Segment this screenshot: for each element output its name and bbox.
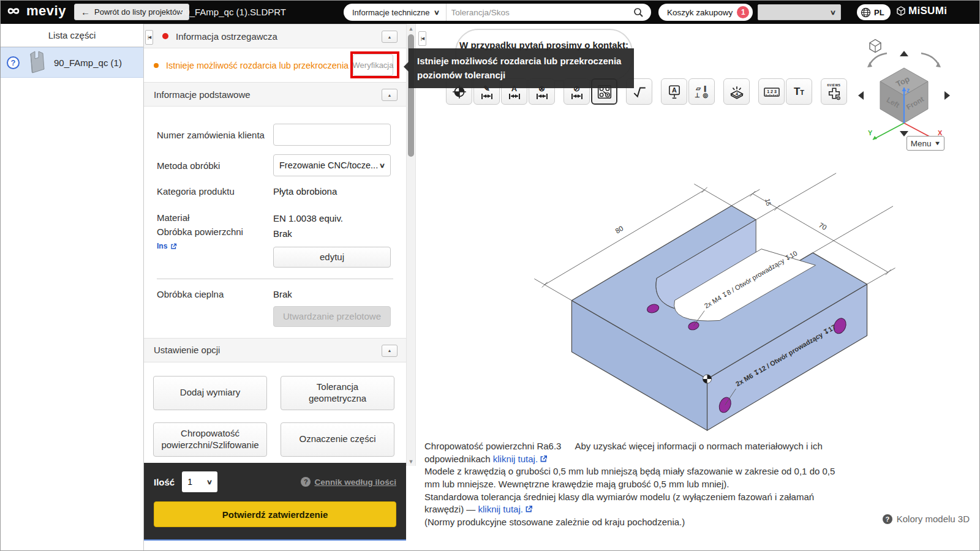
meviy-logo[interactable]: meviy — [7, 3, 66, 19]
click-here-link-2[interactable]: kliknij tutaj. — [478, 504, 523, 514]
collapse-viewer-icon[interactable]: |◀ — [418, 31, 426, 46]
collapse-section-icon[interactable]: ▲ — [382, 89, 398, 101]
annotation-a-icon: A — [666, 84, 682, 100]
scroll-up-icon[interactable]: ▲ — [407, 24, 415, 33]
rotate-west-icon[interactable] — [858, 91, 864, 100]
options-title: Ustawienie opcji — [154, 345, 220, 355]
chevron-down-icon: ∨ — [206, 478, 213, 486]
geometric-tolerance-button[interactable]: Tolerancja geometryczna — [281, 376, 394, 410]
rotate-up-icon[interactable] — [900, 51, 908, 56]
edit-button[interactable]: edytuj — [273, 247, 391, 268]
collapse-section-icon[interactable]: ▲ — [382, 31, 398, 43]
search-input[interactable] — [447, 8, 631, 17]
view-cube-widget[interactable]: Top Left Front Y X z — [853, 31, 957, 154]
surface-roughness-button[interactable]: Chropowatość powierzchni/Szlifowanie — [153, 422, 267, 457]
through-hardening-button[interactable]: Utwardzanie przelotowe — [273, 306, 391, 327]
order-number-input[interactable] — [273, 124, 391, 146]
heat-label: Obróbka cieplna — [157, 289, 273, 299]
search-category-select[interactable]: Informacje techniczne ∨ — [344, 4, 447, 21]
basic-info-title: Informacje podstawowe — [154, 89, 251, 100]
external-link-icon — [540, 455, 548, 463]
dimension-line-icon — [537, 94, 548, 99]
annotation-button[interactable]: A — [661, 78, 687, 105]
dimension-line-icon — [481, 94, 492, 99]
ins-link[interactable]: Ins — [157, 241, 177, 252]
viewer-notes: Chropowatość powierzchni Ra6.3Aby uzyska… — [424, 440, 836, 529]
back-arrow-icon: ← — [81, 7, 90, 17]
part-model-3d[interactable]: 80 70 15 2x M4 ↧8 / Otwór prowadzący ↧10 — [520, 168, 900, 449]
question-circle-icon: ? — [883, 514, 892, 524]
origin-marker-icon — [703, 375, 712, 383]
order-number-label: Numer zamówienia klienta — [157, 130, 273, 140]
text-size-button[interactable]: TT — [786, 78, 812, 105]
surface-value: Brak — [273, 228, 292, 239]
menu-label: Menu — [911, 139, 932, 148]
views-tool-group: 6VIEWS — [821, 78, 847, 105]
roughness-note: Chropowatość powierzchni Ra6.3 — [424, 441, 561, 451]
material-surface-labels: Materiał Obróbka powierzchni Ins — [157, 211, 273, 253]
part-marking-button[interactable]: Oznaczenie części — [281, 422, 394, 457]
axis-y-label: Y — [868, 129, 873, 137]
tooltip-arrow — [404, 62, 409, 72]
cart-label: Koszyk zakupowy — [667, 8, 733, 17]
scroll-down-icon[interactable]: ▼ — [407, 457, 415, 466]
price-by-quantity-link[interactable]: ? Cennik według ilości — [301, 477, 396, 487]
search-icon[interactable] — [631, 7, 651, 18]
misumi-logo-text: MiSUMi — [908, 5, 947, 17]
ins-link-label: Ins — [157, 241, 167, 252]
warning-message-link[interactable]: Istnieje możliwość rozdarcia lub przekro… — [166, 61, 350, 70]
svg-text:A: A — [672, 86, 677, 94]
isometric-view-icon[interactable] — [870, 40, 881, 53]
cart-button[interactable]: Koszyk zakupowy 1 — [658, 4, 753, 21]
deburring-button[interactable]: 4 — [723, 78, 750, 105]
collapse-section-icon[interactable]: ▲ — [382, 345, 398, 357]
part-item-label: 90_FAmp_qc (1) — [54, 58, 122, 68]
part-help-icon[interactable]: ? — [7, 56, 20, 69]
part-list-item[interactable]: ? 90_FAmp_qc (1) — [1, 47, 143, 78]
method-label: Metoda obróbki — [157, 160, 273, 171]
deburring-icon: 4 — [729, 84, 745, 100]
chevron-down-icon: ∨ — [830, 9, 836, 17]
search-bar: Informacje techniczne ∨ — [344, 4, 651, 21]
model-colors-help-link[interactable]: ? Kolory modelu 3D — [883, 514, 970, 524]
method-select[interactable]: Frezowanie CNC/tocze... ∨ — [273, 154, 391, 176]
language-selector[interactable]: PL — [857, 4, 891, 20]
category-label: Kategoria produktu — [157, 186, 273, 197]
panel-scrollbar[interactable]: ▲ ▼ — [406, 24, 416, 466]
quantity-value: 1 — [187, 477, 192, 487]
deburr-tool-group: 4 — [723, 78, 750, 105]
dimension-15-label: 15 — [764, 198, 772, 206]
top-bar: meviy ← Powrót do listy projektów 90_FAm… — [1, 1, 979, 24]
confirm-button[interactable]: Potwierdź zatwierdzenie — [154, 501, 396, 527]
options-grid: Dodaj wymiary Tolerancja geometryczna Ch… — [144, 362, 406, 470]
question-circle-icon: ? — [301, 477, 311, 487]
geometric-tolerance-tool-button[interactable]: ▱ ∥⊥ ◎ — [688, 78, 715, 105]
back-to-projects-button[interactable]: ← Powrót do listy projektów — [74, 4, 189, 20]
rotate-left-icon[interactable] — [867, 53, 887, 67]
verify-button[interactable]: Weryfikacja — [353, 54, 393, 76]
quantity-select[interactable]: 1 ∨ — [182, 471, 217, 492]
quantity-label: Ilość — [154, 477, 175, 487]
file-title: 90_FAmp_qc (1).SLDPRT — [179, 7, 286, 17]
measure-button[interactable]: 1 2 3 — [758, 78, 785, 105]
quantity-footer: Ilość 1 ∨ ? Cennik według ilości Potwier… — [144, 463, 406, 541]
misumi-logo[interactable]: MiSUMi — [896, 5, 947, 17]
viewer-3d[interactable]: |◀ W przypadku pytań prosimy o kontakt: … — [416, 24, 979, 541]
six-views-button[interactable]: 6VIEWS — [821, 78, 847, 105]
svg-text:1 2 3: 1 2 3 — [767, 89, 777, 93]
chamfer-note: Modele z krawędzią o grubości 0,5 mm lub… — [424, 466, 835, 489]
meviy-swirl-icon — [7, 6, 25, 17]
rotate-east-icon[interactable] — [944, 91, 950, 100]
rotate-right-icon[interactable] — [921, 53, 941, 67]
measure-tool-group: 1 2 3 TT — [758, 78, 812, 105]
globe-icon — [861, 7, 871, 18]
topbar-dropdown[interactable]: ∨ — [758, 4, 841, 20]
chevron-down-icon: ▼ — [934, 140, 941, 146]
viewer-menu-button[interactable]: Menu ▼ — [907, 136, 944, 151]
external-link-icon — [170, 243, 177, 250]
divider — [157, 279, 393, 279]
collapse-panel-icon[interactable]: |◀ — [145, 30, 153, 45]
click-here-link-1[interactable]: kliknij tutaj. — [493, 454, 538, 464]
meviy-logo-text: meviy — [26, 3, 66, 19]
add-dimensions-button[interactable]: Dodaj wymiary — [153, 376, 267, 410]
